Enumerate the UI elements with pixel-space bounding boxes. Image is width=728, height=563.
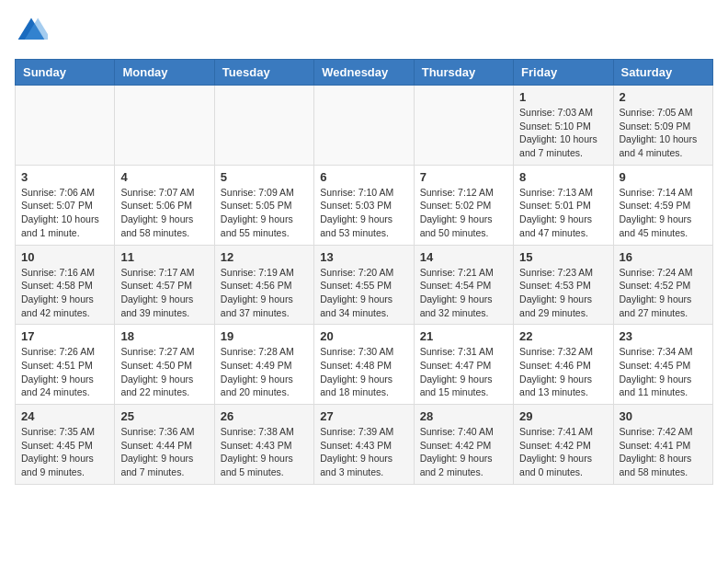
day-detail: Sunrise: 7:28 AM Sunset: 4:49 PM Dayligh… <box>221 345 308 399</box>
calendar-cell <box>214 86 313 166</box>
day-detail: Sunrise: 7:23 AM Sunset: 4:53 PM Dayligh… <box>519 266 607 320</box>
calendar-cell: 18Sunrise: 7:27 AM Sunset: 4:50 PM Dayli… <box>115 325 214 405</box>
header-row: SundayMondayTuesdayWednesdayThursdayFrid… <box>16 60 713 86</box>
calendar-cell: 6Sunrise: 7:10 AM Sunset: 5:03 PM Daylig… <box>314 165 414 245</box>
calendar-header: SundayMondayTuesdayWednesdayThursdayFrid… <box>16 60 713 86</box>
day-number: 8 <box>519 170 607 184</box>
day-detail: Sunrise: 7:27 AM Sunset: 4:50 PM Dayligh… <box>120 345 208 399</box>
calendar-cell: 16Sunrise: 7:24 AM Sunset: 4:52 PM Dayli… <box>613 245 712 325</box>
day-number: 21 <box>420 329 507 343</box>
calendar-cell: 24Sunrise: 7:35 AM Sunset: 4:45 PM Dayli… <box>16 405 115 485</box>
day-detail: Sunrise: 7:14 AM Sunset: 4:59 PM Dayligh… <box>620 186 707 240</box>
day-number: 17 <box>21 329 108 343</box>
day-detail: Sunrise: 7:13 AM Sunset: 5:01 PM Dayligh… <box>519 186 607 240</box>
calendar-week-row: 24Sunrise: 7:35 AM Sunset: 4:45 PM Dayli… <box>16 405 713 485</box>
calendar-cell: 13Sunrise: 7:20 AM Sunset: 4:55 PM Dayli… <box>314 245 414 325</box>
calendar-cell: 27Sunrise: 7:39 AM Sunset: 4:43 PM Dayli… <box>314 405 414 485</box>
day-number: 9 <box>620 170 707 184</box>
day-detail: Sunrise: 7:16 AM Sunset: 4:58 PM Dayligh… <box>21 266 108 320</box>
calendar-cell: 12Sunrise: 7:19 AM Sunset: 4:56 PM Dayli… <box>214 245 313 325</box>
day-number: 28 <box>420 409 507 423</box>
calendar-cell: 21Sunrise: 7:31 AM Sunset: 4:47 PM Dayli… <box>414 325 513 405</box>
day-number: 22 <box>519 329 607 343</box>
calendar-cell: 17Sunrise: 7:26 AM Sunset: 4:51 PM Dayli… <box>16 325 115 405</box>
day-number: 7 <box>420 170 507 184</box>
day-number: 4 <box>120 170 208 184</box>
calendar-cell: 8Sunrise: 7:13 AM Sunset: 5:01 PM Daylig… <box>514 165 613 245</box>
calendar-cell: 14Sunrise: 7:21 AM Sunset: 4:54 PM Dayli… <box>414 245 513 325</box>
calendar-cell <box>115 86 214 166</box>
day-detail: Sunrise: 7:12 AM Sunset: 5:02 PM Dayligh… <box>420 186 507 240</box>
calendar-cell: 7Sunrise: 7:12 AM Sunset: 5:02 PM Daylig… <box>414 165 513 245</box>
calendar-cell: 26Sunrise: 7:38 AM Sunset: 4:43 PM Dayli… <box>214 405 313 485</box>
logo-icon <box>15 15 48 48</box>
day-detail: Sunrise: 7:21 AM Sunset: 4:54 PM Dayligh… <box>420 266 507 320</box>
day-detail: Sunrise: 7:42 AM Sunset: 4:41 PM Dayligh… <box>620 425 707 479</box>
day-number: 14 <box>420 250 507 264</box>
weekday-header: Saturday <box>613 60 712 86</box>
calendar-cell: 20Sunrise: 7:30 AM Sunset: 4:48 PM Dayli… <box>314 325 414 405</box>
day-number: 20 <box>320 329 407 343</box>
calendar-cell: 9Sunrise: 7:14 AM Sunset: 4:59 PM Daylig… <box>613 165 712 245</box>
calendar-week-row: 1Sunrise: 7:03 AM Sunset: 5:10 PM Daylig… <box>16 86 713 166</box>
calendar-cell: 10Sunrise: 7:16 AM Sunset: 4:58 PM Dayli… <box>16 245 115 325</box>
day-number: 13 <box>320 250 407 264</box>
calendar-cell <box>314 86 414 166</box>
calendar-cell: 19Sunrise: 7:28 AM Sunset: 4:49 PM Dayli… <box>214 325 313 405</box>
calendar-week-row: 17Sunrise: 7:26 AM Sunset: 4:51 PM Dayli… <box>16 325 713 405</box>
calendar-cell: 15Sunrise: 7:23 AM Sunset: 4:53 PM Dayli… <box>514 245 613 325</box>
day-detail: Sunrise: 7:35 AM Sunset: 4:45 PM Dayligh… <box>21 425 108 479</box>
calendar-cell: 11Sunrise: 7:17 AM Sunset: 4:57 PM Dayli… <box>115 245 214 325</box>
calendar-cell: 4Sunrise: 7:07 AM Sunset: 5:06 PM Daylig… <box>115 165 214 245</box>
page-header <box>15 15 713 48</box>
day-number: 12 <box>221 250 308 264</box>
day-detail: Sunrise: 7:36 AM Sunset: 4:44 PM Dayligh… <box>120 425 208 479</box>
day-number: 6 <box>320 170 407 184</box>
weekday-header: Wednesday <box>314 60 414 86</box>
calendar-cell: 23Sunrise: 7:34 AM Sunset: 4:45 PM Dayli… <box>613 325 712 405</box>
day-number: 19 <box>221 329 308 343</box>
calendar-body: 1Sunrise: 7:03 AM Sunset: 5:10 PM Daylig… <box>16 86 713 485</box>
calendar-cell: 25Sunrise: 7:36 AM Sunset: 4:44 PM Dayli… <box>115 405 214 485</box>
day-detail: Sunrise: 7:20 AM Sunset: 4:55 PM Dayligh… <box>320 266 407 320</box>
day-detail: Sunrise: 7:17 AM Sunset: 4:57 PM Dayligh… <box>120 266 208 320</box>
day-number: 18 <box>120 329 208 343</box>
day-detail: Sunrise: 7:03 AM Sunset: 5:10 PM Dayligh… <box>519 106 607 160</box>
day-number: 25 <box>120 409 208 423</box>
calendar-cell: 30Sunrise: 7:42 AM Sunset: 4:41 PM Dayli… <box>613 405 712 485</box>
day-detail: Sunrise: 7:05 AM Sunset: 5:09 PM Dayligh… <box>620 106 707 160</box>
calendar-cell: 5Sunrise: 7:09 AM Sunset: 5:05 PM Daylig… <box>214 165 313 245</box>
day-detail: Sunrise: 7:32 AM Sunset: 4:46 PM Dayligh… <box>519 345 607 399</box>
day-number: 11 <box>120 250 208 264</box>
day-detail: Sunrise: 7:10 AM Sunset: 5:03 PM Dayligh… <box>320 186 407 240</box>
weekday-header: Sunday <box>16 60 115 86</box>
day-detail: Sunrise: 7:40 AM Sunset: 4:42 PM Dayligh… <box>420 425 507 479</box>
calendar-cell <box>16 86 115 166</box>
day-number: 29 <box>519 409 607 423</box>
day-detail: Sunrise: 7:39 AM Sunset: 4:43 PM Dayligh… <box>320 425 407 479</box>
calendar-cell: 2Sunrise: 7:05 AM Sunset: 5:09 PM Daylig… <box>613 86 712 166</box>
calendar-table: SundayMondayTuesdayWednesdayThursdayFrid… <box>15 59 713 485</box>
day-detail: Sunrise: 7:30 AM Sunset: 4:48 PM Dayligh… <box>320 345 407 399</box>
day-number: 3 <box>21 170 108 184</box>
day-number: 27 <box>320 409 407 423</box>
weekday-header: Thursday <box>414 60 513 86</box>
day-number: 15 <box>519 250 607 264</box>
calendar-cell: 28Sunrise: 7:40 AM Sunset: 4:42 PM Dayli… <box>414 405 513 485</box>
calendar-week-row: 10Sunrise: 7:16 AM Sunset: 4:58 PM Dayli… <box>16 245 713 325</box>
day-number: 30 <box>620 409 707 423</box>
day-number: 24 <box>21 409 108 423</box>
day-detail: Sunrise: 7:24 AM Sunset: 4:52 PM Dayligh… <box>620 266 707 320</box>
day-number: 23 <box>620 329 707 343</box>
calendar-cell <box>414 86 513 166</box>
day-number: 5 <box>221 170 308 184</box>
day-number: 16 <box>620 250 707 264</box>
day-detail: Sunrise: 7:26 AM Sunset: 4:51 PM Dayligh… <box>21 345 108 399</box>
calendar-cell: 3Sunrise: 7:06 AM Sunset: 5:07 PM Daylig… <box>16 165 115 245</box>
calendar-cell: 1Sunrise: 7:03 AM Sunset: 5:10 PM Daylig… <box>514 86 613 166</box>
calendar-cell: 29Sunrise: 7:41 AM Sunset: 4:42 PM Dayli… <box>514 405 613 485</box>
day-detail: Sunrise: 7:06 AM Sunset: 5:07 PM Dayligh… <box>21 186 108 240</box>
calendar-week-row: 3Sunrise: 7:06 AM Sunset: 5:07 PM Daylig… <box>16 165 713 245</box>
weekday-header: Tuesday <box>214 60 313 86</box>
calendar-cell: 22Sunrise: 7:32 AM Sunset: 4:46 PM Dayli… <box>514 325 613 405</box>
